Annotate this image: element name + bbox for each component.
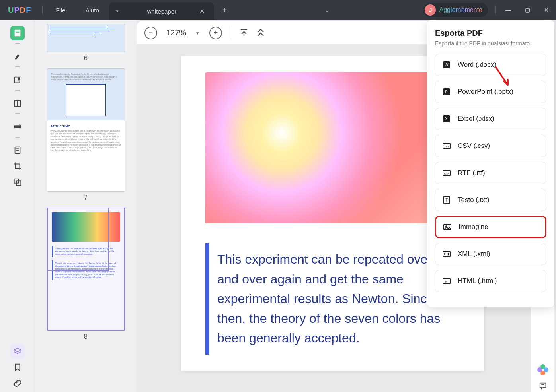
zoom-in-button[interactable]: + [209,27,222,39]
export-image[interactable]: Immagine [435,216,546,238]
quote-text: This experiment can be repeated over and… [217,250,452,348]
ai-button[interactable] [536,363,549,376]
export-xml[interactable]: XML (.xml) [435,243,546,265]
layers-tool[interactable] [10,344,25,359]
avatar: J [425,4,436,16]
zoom-dropdown-icon[interactable]: ▼ [195,30,200,36]
user-badge[interactable]: J Aggiornamento [423,3,488,17]
svg-text:X: X [445,117,448,121]
page-number: 8 [42,331,129,343]
scroll-top-icon[interactable] [238,27,250,39]
tab-menu-caret-icon[interactable]: ▼ [115,9,119,14]
export-excel[interactable]: X Excel (.xlsx) [435,108,546,130]
svg-text:RTF: RTF [444,172,449,175]
edit-tool[interactable] [10,73,25,87]
chevron-down-icon[interactable]: ⌄ [325,7,330,13]
titlebar: UPDF File Aiuto ▼ whitepaper ✕ + ⌄ J Agg… [0,0,556,20]
menu-help[interactable]: Aiuto [76,7,109,14]
crop-tool[interactable] [10,159,25,173]
svg-rect-2 [16,32,19,33]
page-number: 6 [42,52,129,64]
thumbnail-panel: 6 These studies laid the foundation for … [35,20,137,392]
divider [42,6,43,14]
prism-image [205,72,460,223]
svg-text:W: W [445,63,449,67]
svg-rect-1 [16,31,19,32]
export-powerpoint[interactable]: P PowerPoint (.pptx) [435,81,546,103]
svg-text:P: P [445,90,448,94]
tab-close-icon[interactable]: ✕ [196,8,208,15]
export-text[interactable]: T Testo (.txt) [435,189,546,211]
csv-icon: CSV [442,141,451,151]
svg-rect-5 [18,101,20,107]
pages-tool[interactable] [10,96,25,111]
export-subtitle: Esporta il tuo PDF in qualsiasi formato [435,40,546,47]
attachment-tool[interactable] [10,376,25,390]
app-logo: UPDF [0,6,39,15]
quote-block: This experiment can be repeated over and… [205,243,460,355]
bookmark-tool[interactable] [10,360,25,375]
image-icon [443,222,452,232]
excel-icon: X [442,114,451,124]
svg-text:CSV: CSV [444,145,450,148]
menu-file[interactable]: File [46,7,75,14]
svg-text:H: H [445,280,447,283]
comment-button[interactable] [536,379,549,392]
page-up-icon[interactable] [255,27,266,39]
export-word[interactable]: W Word (.docx) [435,54,546,76]
svg-rect-8 [16,148,19,149]
window-controls: — ▢ ✕ [499,0,556,20]
svg-rect-9 [16,150,19,151]
tab-title: whitepaper [147,8,176,15]
form-tool[interactable] [10,143,25,157]
close-button[interactable]: ✕ [537,0,556,20]
zoom-out-button[interactable]: − [144,27,157,39]
highlight-tool[interactable] [10,49,25,64]
compare-tool[interactable] [10,175,25,189]
minimize-button[interactable]: — [499,0,518,20]
rtf-icon: RTF [442,168,451,178]
thumbnail-page-6[interactable]: 6 [42,24,129,64]
upgrade-label: Aggiornamento [439,6,482,14]
powerpoint-icon: P [442,87,451,97]
thumbnail-page-8[interactable]: This experiment can be repeated over and… [42,208,129,343]
xml-icon [442,249,451,259]
export-title: Esporta PDF [435,29,546,38]
divider [495,6,496,14]
export-rtf[interactable]: RTF RTF (.rtf) [435,162,546,184]
export-panel: Esporta PDF Esporta il tuo PDF in qualsi… [427,20,554,307]
export-html[interactable]: H HTML (.html) [435,270,546,292]
text-icon: T [442,195,451,205]
redact-tool[interactable] [10,120,25,134]
thumbnail-page-7[interactable]: These studies laid the foundation for th… [42,68,129,204]
html-icon: H [442,276,451,286]
thumbnails-tool[interactable] [10,26,25,40]
page-number: 7 [42,192,129,204]
new-tab-button[interactable]: + [214,6,235,15]
export-csv[interactable]: CSV CSV (.csv) [435,135,546,157]
document-tab[interactable]: ▼ whitepaper ✕ [109,2,214,20]
maximize-button[interactable]: ▢ [518,0,537,20]
word-icon: W [442,60,451,70]
left-toolbar [0,20,35,392]
svg-rect-4 [14,101,17,107]
zoom-level[interactable]: 127% [166,28,186,37]
svg-text:T: T [445,198,448,202]
